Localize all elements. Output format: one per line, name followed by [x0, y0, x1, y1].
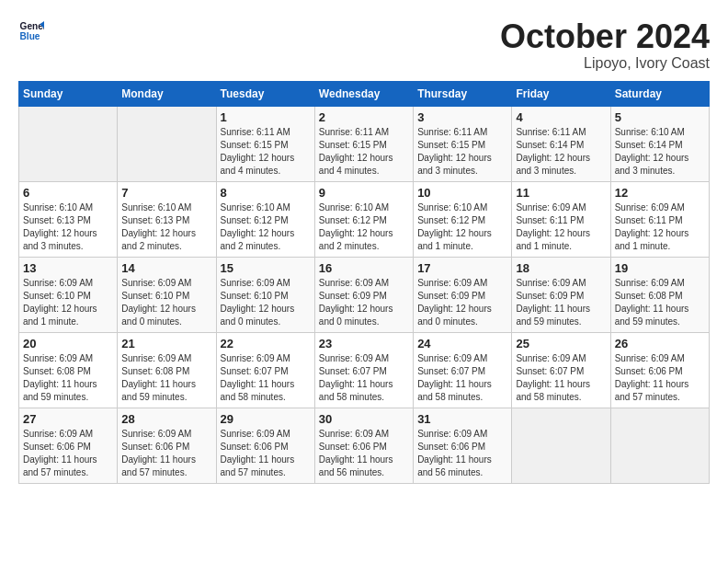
- day-number: 27: [23, 412, 113, 426]
- day-info: Sunrise: 6:09 AM Sunset: 6:10 PM Dayligh…: [121, 277, 211, 328]
- day-info: Sunrise: 6:11 AM Sunset: 6:15 PM Dayligh…: [319, 126, 409, 178]
- day-info: Sunrise: 6:11 AM Sunset: 6:15 PM Dayligh…: [417, 126, 507, 178]
- calendar-cell: 31Sunrise: 6:09 AM Sunset: 6:06 PM Dayli…: [414, 408, 512, 483]
- calendar-cell: 1Sunrise: 6:11 AM Sunset: 6:15 PM Daylig…: [216, 106, 314, 181]
- calendar-cell: 9Sunrise: 6:10 AM Sunset: 6:12 PM Daylig…: [314, 181, 413, 257]
- day-number: 4: [516, 110, 606, 124]
- weekday-header-tuesday: Tuesday: [216, 81, 314, 106]
- calendar-cell: 18Sunrise: 6:09 AM Sunset: 6:09 PM Dayli…: [512, 257, 610, 332]
- calendar-cell: 7Sunrise: 6:10 AM Sunset: 6:13 PM Daylig…: [118, 181, 216, 257]
- day-number: 12: [615, 186, 705, 200]
- calendar-week-row: 1Sunrise: 6:11 AM Sunset: 6:15 PM Daylig…: [19, 106, 710, 181]
- day-info: Sunrise: 6:10 AM Sunset: 6:13 PM Dayligh…: [121, 201, 211, 253]
- day-number: 7: [121, 186, 211, 200]
- day-info: Sunrise: 6:09 AM Sunset: 6:11 PM Dayligh…: [615, 201, 705, 253]
- day-number: 20: [23, 337, 113, 350]
- day-number: 22: [221, 337, 311, 350]
- day-number: 21: [121, 337, 211, 350]
- calendar-table: SundayMondayTuesdayWednesdayThursdayFrid…: [18, 81, 710, 484]
- calendar-cell: 30Sunrise: 6:09 AM Sunset: 6:06 PM Dayli…: [314, 408, 413, 483]
- weekday-header-wednesday: Wednesday: [314, 81, 413, 106]
- day-info: Sunrise: 6:09 AM Sunset: 6:07 PM Dayligh…: [221, 352, 311, 404]
- calendar-cell: 10Sunrise: 6:10 AM Sunset: 6:12 PM Dayli…: [414, 181, 512, 257]
- day-number: 8: [221, 186, 311, 200]
- calendar-cell: 14Sunrise: 6:09 AM Sunset: 6:10 PM Dayli…: [118, 257, 216, 332]
- day-number: 19: [615, 261, 705, 275]
- day-number: 11: [516, 186, 606, 200]
- day-number: 29: [221, 412, 311, 426]
- calendar-cell: [19, 106, 118, 181]
- day-number: 17: [417, 261, 507, 275]
- day-info: Sunrise: 6:09 AM Sunset: 6:08 PM Dayligh…: [121, 352, 211, 404]
- svg-text:Blue: Blue: [20, 31, 40, 41]
- weekday-header-thursday: Thursday: [414, 81, 512, 106]
- day-number: 16: [319, 261, 409, 275]
- day-number: 18: [516, 261, 606, 275]
- day-number: 2: [319, 110, 409, 124]
- calendar-cell: 20Sunrise: 6:09 AM Sunset: 6:08 PM Dayli…: [19, 332, 118, 408]
- day-number: 24: [417, 337, 507, 350]
- calendar-cell: 13Sunrise: 6:09 AM Sunset: 6:10 PM Dayli…: [19, 257, 118, 332]
- day-number: 5: [615, 110, 705, 124]
- day-number: 13: [23, 261, 113, 275]
- day-info: Sunrise: 6:09 AM Sunset: 6:06 PM Dayligh…: [417, 428, 507, 479]
- day-number: 9: [319, 186, 409, 200]
- day-info: Sunrise: 6:09 AM Sunset: 6:11 PM Dayligh…: [516, 201, 606, 253]
- calendar-cell: 2Sunrise: 6:11 AM Sunset: 6:15 PM Daylig…: [314, 106, 413, 181]
- day-info: Sunrise: 6:09 AM Sunset: 6:09 PM Dayligh…: [319, 277, 409, 328]
- calendar-cell: 16Sunrise: 6:09 AM Sunset: 6:09 PM Dayli…: [314, 257, 413, 332]
- calendar-cell: [512, 408, 610, 483]
- day-number: 30: [319, 412, 409, 426]
- calendar-week-row: 13Sunrise: 6:09 AM Sunset: 6:10 PM Dayli…: [19, 257, 710, 332]
- calendar-cell: [118, 106, 216, 181]
- weekday-header-friday: Friday: [512, 81, 610, 106]
- day-info: Sunrise: 6:10 AM Sunset: 6:12 PM Dayligh…: [417, 201, 507, 253]
- title-area: October 2024 Lipoyo, Ivory Coast: [500, 18, 710, 72]
- calendar-cell: 12Sunrise: 6:09 AM Sunset: 6:11 PM Dayli…: [610, 181, 709, 257]
- calendar-cell: 11Sunrise: 6:09 AM Sunset: 6:11 PM Dayli…: [512, 181, 610, 257]
- calendar-cell: 4Sunrise: 6:11 AM Sunset: 6:14 PM Daylig…: [512, 106, 610, 181]
- day-number: 26: [615, 337, 705, 350]
- logo: General Blue: [18, 18, 44, 44]
- day-number: 28: [121, 412, 211, 426]
- calendar-week-row: 6Sunrise: 6:10 AM Sunset: 6:13 PM Daylig…: [19, 181, 710, 257]
- day-number: 31: [417, 412, 507, 426]
- day-info: Sunrise: 6:09 AM Sunset: 6:10 PM Dayligh…: [23, 277, 113, 328]
- calendar-cell: 6Sunrise: 6:10 AM Sunset: 6:13 PM Daylig…: [19, 181, 118, 257]
- day-info: Sunrise: 6:10 AM Sunset: 6:14 PM Dayligh…: [615, 126, 705, 178]
- weekday-header-monday: Monday: [118, 81, 216, 106]
- day-info: Sunrise: 6:09 AM Sunset: 6:06 PM Dayligh…: [319, 428, 409, 479]
- day-info: Sunrise: 6:09 AM Sunset: 6:06 PM Dayligh…: [23, 428, 113, 479]
- day-info: Sunrise: 6:09 AM Sunset: 6:06 PM Dayligh…: [221, 428, 311, 479]
- day-number: 23: [319, 337, 409, 350]
- day-number: 14: [121, 261, 211, 275]
- day-info: Sunrise: 6:10 AM Sunset: 6:13 PM Dayligh…: [23, 201, 113, 253]
- day-number: 25: [516, 337, 606, 350]
- calendar-cell: 23Sunrise: 6:09 AM Sunset: 6:07 PM Dayli…: [314, 332, 413, 408]
- calendar-cell: 27Sunrise: 6:09 AM Sunset: 6:06 PM Dayli…: [19, 408, 118, 483]
- location-subtitle: Lipoyo, Ivory Coast: [500, 55, 710, 72]
- day-info: Sunrise: 6:09 AM Sunset: 6:06 PM Dayligh…: [121, 428, 211, 479]
- day-number: 3: [417, 110, 507, 124]
- day-number: 6: [23, 186, 113, 200]
- weekday-header-saturday: Saturday: [610, 81, 709, 106]
- calendar-cell: 25Sunrise: 6:09 AM Sunset: 6:07 PM Dayli…: [512, 332, 610, 408]
- weekday-header-sunday: Sunday: [19, 81, 118, 106]
- weekday-header-row: SundayMondayTuesdayWednesdayThursdayFrid…: [19, 81, 710, 106]
- day-info: Sunrise: 6:09 AM Sunset: 6:08 PM Dayligh…: [615, 277, 705, 328]
- calendar-week-row: 27Sunrise: 6:09 AM Sunset: 6:06 PM Dayli…: [19, 408, 710, 483]
- day-number: 10: [417, 186, 507, 200]
- calendar-cell: 19Sunrise: 6:09 AM Sunset: 6:08 PM Dayli…: [610, 257, 709, 332]
- day-info: Sunrise: 6:09 AM Sunset: 6:10 PM Dayligh…: [221, 277, 311, 328]
- day-info: Sunrise: 6:09 AM Sunset: 6:08 PM Dayligh…: [23, 352, 113, 404]
- day-info: Sunrise: 6:09 AM Sunset: 6:06 PM Dayligh…: [615, 352, 705, 404]
- calendar-cell: 3Sunrise: 6:11 AM Sunset: 6:15 PM Daylig…: [414, 106, 512, 181]
- calendar-cell: 24Sunrise: 6:09 AM Sunset: 6:07 PM Dayli…: [414, 332, 512, 408]
- calendar-cell: 26Sunrise: 6:09 AM Sunset: 6:06 PM Dayli…: [610, 332, 709, 408]
- day-info: Sunrise: 6:09 AM Sunset: 6:09 PM Dayligh…: [417, 277, 507, 328]
- header: General Blue October 2024 Lipoyo, Ivory …: [18, 18, 710, 72]
- calendar-cell: 8Sunrise: 6:10 AM Sunset: 6:12 PM Daylig…: [216, 181, 314, 257]
- day-info: Sunrise: 6:10 AM Sunset: 6:12 PM Dayligh…: [221, 201, 311, 253]
- day-info: Sunrise: 6:11 AM Sunset: 6:14 PM Dayligh…: [516, 126, 606, 178]
- calendar-week-row: 20Sunrise: 6:09 AM Sunset: 6:08 PM Dayli…: [19, 332, 710, 408]
